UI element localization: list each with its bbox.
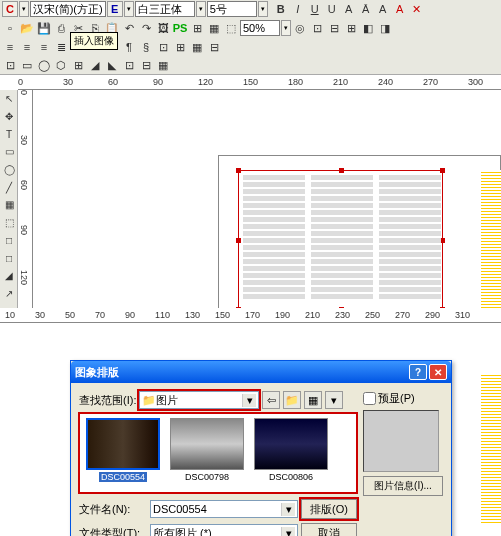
tool-strip: ↖ ✥ T ▭ ◯ ╱ ▦ ⬚ □ □ ◢ ↗ ⊞ xyxy=(0,90,18,320)
a2-button[interactable]: Ā xyxy=(358,1,374,17)
up-folder-button[interactable]: ⇦ xyxy=(262,391,280,409)
redo-icon[interactable]: ↷ xyxy=(138,20,154,36)
underline-button[interactable]: U xyxy=(307,1,323,17)
text-frame[interactable] xyxy=(238,170,443,310)
para-icon-5[interactable]: ▦ xyxy=(189,39,205,55)
thumb-2-image xyxy=(170,418,244,470)
ps-button[interactable]: PS xyxy=(172,20,188,36)
font-e-dropdown[interactable] xyxy=(124,1,134,17)
align-right-icon[interactable]: ≡ xyxy=(36,39,52,55)
thumb-3[interactable]: DSC00806 xyxy=(252,418,330,488)
page-canvas[interactable] xyxy=(33,90,501,320)
tool-icon-2[interactable]: ▦ xyxy=(206,20,222,36)
zoom-dropdown[interactable] xyxy=(281,20,291,36)
font-family-2[interactable]: 白三正体 xyxy=(135,1,195,17)
dialog-titlebar[interactable]: 图象排版 ? ✕ xyxy=(71,361,451,383)
align-left-icon[interactable]: ≡ xyxy=(2,39,18,55)
justify-icon[interactable]: ≣ xyxy=(53,39,69,55)
frame-tool[interactable]: ⬚ xyxy=(1,215,17,231)
a3-button[interactable]: A xyxy=(375,1,391,17)
thumb-1-image xyxy=(86,418,160,470)
print-icon[interactable]: ⎙ xyxy=(53,20,69,36)
align-center-icon[interactable]: ≡ xyxy=(19,39,35,55)
ellipse-tool[interactable]: ◯ xyxy=(1,162,17,178)
tool-icon-9[interactable]: ◨ xyxy=(377,20,393,36)
obj-icon-7[interactable]: ◣ xyxy=(104,57,120,73)
box2-tool[interactable]: □ xyxy=(1,250,17,266)
filename-arrow[interactable]: ▾ xyxy=(281,503,295,516)
font-c-dropdown[interactable] xyxy=(19,1,29,17)
text-tool[interactable]: T xyxy=(1,126,17,142)
new-folder-button[interactable]: 📁 xyxy=(283,391,301,409)
obj-icon-2[interactable]: ▭ xyxy=(19,57,35,73)
obj-icon-10[interactable]: ▦ xyxy=(155,57,171,73)
layout-button[interactable]: 排版(O) xyxy=(301,499,357,519)
poly-tool[interactable]: ◢ xyxy=(1,268,17,284)
font-c-button[interactable]: C xyxy=(2,1,18,17)
cancel-button[interactable]: 取消 xyxy=(301,523,357,536)
filetype-arrow[interactable]: ▾ xyxy=(281,527,295,537)
obj-icon-9[interactable]: ⊟ xyxy=(138,57,154,73)
a1-button[interactable]: A xyxy=(341,1,357,17)
obj-icon-1[interactable]: ⊡ xyxy=(2,57,18,73)
undo-icon[interactable]: ↶ xyxy=(121,20,137,36)
a4-button[interactable]: A xyxy=(392,1,408,17)
tool-icon-5[interactable]: ⊡ xyxy=(309,20,325,36)
zoom-select[interactable]: 50% xyxy=(240,20,280,36)
open-icon[interactable]: 📂 xyxy=(19,20,35,36)
tool-icon-6[interactable]: ⊟ xyxy=(326,20,342,36)
preview-checkbox[interactable] xyxy=(363,392,376,405)
filetype-combo[interactable]: 所有图片 (*)▾ xyxy=(150,524,298,536)
select-tool[interactable]: ↖ xyxy=(1,91,17,107)
save-icon[interactable]: 💾 xyxy=(36,20,52,36)
new-icon[interactable]: ▫ xyxy=(2,20,18,36)
tool-icon-3[interactable]: ⬚ xyxy=(223,20,239,36)
obj-icon-3[interactable]: ◯ xyxy=(36,57,52,73)
bold-button[interactable]: B xyxy=(273,1,289,17)
dialog-help-button[interactable]: ? xyxy=(409,364,427,380)
font-size-input[interactable] xyxy=(207,1,257,17)
size-dropdown[interactable] xyxy=(258,1,268,17)
view-menu-button[interactable]: ▾ xyxy=(325,391,343,409)
insert-image-icon[interactable]: 🖼 xyxy=(155,20,171,36)
dialog-close-button[interactable]: ✕ xyxy=(429,364,447,380)
thumb-1[interactable]: DSC00554 xyxy=(84,418,162,488)
image-info-button[interactable]: 图片信息(I)... xyxy=(363,476,443,496)
tool-icon-1[interactable]: ⊞ xyxy=(189,20,205,36)
para-icon-6[interactable]: ⊟ xyxy=(206,39,222,55)
font2-dropdown[interactable] xyxy=(196,1,206,17)
thumb-3-image xyxy=(254,418,328,470)
para-icon-4[interactable]: ⊞ xyxy=(172,39,188,55)
obj-icon-8[interactable]: ⊡ xyxy=(121,57,137,73)
move-tool[interactable]: ✥ xyxy=(1,109,17,125)
filename-label: 文件名(N): xyxy=(79,502,147,517)
thumb-3-caption: DSC00806 xyxy=(267,472,315,482)
lookfor-arrow[interactable]: ▾ xyxy=(242,394,256,407)
thumb-2[interactable]: DSC00798 xyxy=(168,418,246,488)
tool-icon-8[interactable]: ◧ xyxy=(360,20,376,36)
tooltip: 插入图像 xyxy=(70,32,118,50)
grid-tool[interactable]: ▦ xyxy=(1,197,17,213)
box-tool[interactable]: □ xyxy=(1,233,17,249)
arrow-tool[interactable]: ↗ xyxy=(1,286,17,302)
thumbnail-area[interactable]: DSC00554 DSC00798 DSC00806 xyxy=(79,413,357,493)
para-icon-1[interactable]: ¶ xyxy=(121,39,137,55)
obj-icon-4[interactable]: ⬡ xyxy=(53,57,69,73)
para-icon-2[interactable]: § xyxy=(138,39,154,55)
clear-format-button[interactable]: ✕ xyxy=(409,1,425,17)
tool-icon-7[interactable]: ⊞ xyxy=(343,20,359,36)
underline2-button[interactable]: U xyxy=(324,1,340,17)
font-e-button[interactable]: E xyxy=(107,1,123,17)
view-button[interactable]: ▦ xyxy=(304,391,322,409)
para-icon-3[interactable]: ⊡ xyxy=(155,39,171,55)
lookfor-combo[interactable]: 📁 图片 ▾ xyxy=(139,391,259,409)
font-family-1[interactable]: 汉宋(简)(方正) xyxy=(30,1,106,17)
line-tool[interactable]: ╱ xyxy=(1,179,17,195)
obj-icon-6[interactable]: ◢ xyxy=(87,57,103,73)
filetype-label: 文件类型(T): xyxy=(79,526,147,537)
italic-button[interactable]: I xyxy=(290,1,306,17)
filename-input[interactable]: DSC00554▾ xyxy=(150,500,298,518)
rect-tool[interactable]: ▭ xyxy=(1,144,17,160)
obj-icon-5[interactable]: ⊞ xyxy=(70,57,86,73)
tool-icon-4[interactable]: ◎ xyxy=(292,20,308,36)
